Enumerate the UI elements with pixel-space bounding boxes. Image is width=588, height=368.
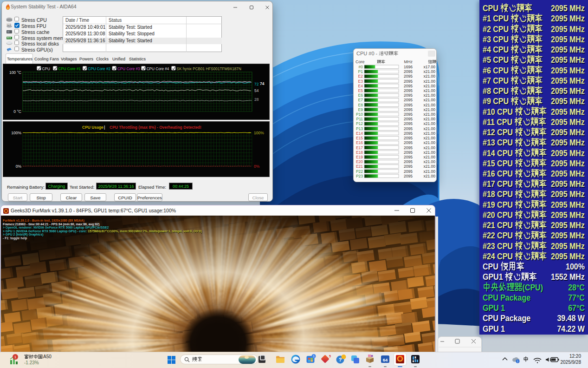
svg-text:2095: 2095 bbox=[404, 112, 413, 117]
svg-text:2095: 2095 bbox=[404, 145, 413, 150]
svg-text:#14 CPU: #14 CPU bbox=[483, 148, 513, 158]
svg-text:GPU 1: GPU 1 bbox=[483, 323, 505, 334]
svg-text:2095 MHz: 2095 MHz bbox=[551, 241, 585, 251]
svg-text:#13 CPU: #13 CPU bbox=[483, 138, 513, 148]
svg-text:100 °C: 100 °C bbox=[9, 70, 21, 75]
svg-text:72: 72 bbox=[254, 82, 259, 86]
svg-text:#0: #0 bbox=[359, 65, 363, 69]
svg-text:x21.00: x21.00 bbox=[423, 93, 435, 98]
svg-text:x21.00: x21.00 bbox=[423, 121, 435, 126]
svg-text:P10: P10 bbox=[356, 112, 363, 117]
svg-text:x21.00: x21.00 bbox=[423, 126, 435, 131]
svg-text:E4: E4 bbox=[358, 84, 363, 88]
svg-text:2095: 2095 bbox=[404, 98, 413, 102]
svg-text:100%: 100% bbox=[254, 131, 264, 135]
svg-text:x21.00: x21.00 bbox=[423, 159, 435, 164]
svg-text:x21.00: x21.00 bbox=[423, 98, 435, 102]
svg-text:100%: 100% bbox=[566, 262, 585, 272]
svg-text:|: | bbox=[104, 125, 105, 130]
svg-text:SK hynix PCB01 HFS001TFM9X187N: SK hynix PCB01 HFS001TFM9X187N bbox=[177, 67, 241, 71]
svg-text:E15: E15 bbox=[356, 136, 363, 140]
svg-text:2095: 2095 bbox=[404, 84, 413, 88]
svg-text:CPU Usage: CPU Usage bbox=[82, 125, 103, 130]
svg-text:E8: E8 bbox=[358, 103, 363, 107]
svg-text:#4 CPU: #4 CPU bbox=[483, 45, 509, 55]
svg-text:x21.00: x21.00 bbox=[423, 79, 435, 84]
svg-text:2095 MHz: 2095 MHz bbox=[551, 251, 585, 262]
svg-text:CPU Core #3: CPU Core #3 bbox=[117, 67, 140, 71]
svg-text:?: ? bbox=[339, 357, 342, 362]
svg-text:CPU Package: CPU Package bbox=[483, 293, 530, 303]
svg-text:E19: E19 bbox=[356, 155, 363, 159]
svg-text:2095 MHz: 2095 MHz bbox=[551, 210, 585, 220]
svg-text:0%: 0% bbox=[16, 164, 22, 169]
svg-text:74.22 W: 74.22 W bbox=[557, 323, 585, 334]
svg-text:5: 5 bbox=[329, 355, 331, 358]
svg-text:67°C: 67°C bbox=[568, 303, 585, 313]
svg-text:CPU: CPU bbox=[483, 262, 498, 272]
svg-text:2095 MHz: 2095 MHz bbox=[551, 220, 585, 230]
svg-text:#8 CPU: #8 CPU bbox=[483, 86, 509, 96]
svg-text:x21.00: x21.00 bbox=[423, 136, 435, 140]
svg-text:0%: 0% bbox=[254, 164, 260, 169]
svg-text:E14: E14 bbox=[356, 131, 363, 136]
svg-text:#15 CPU: #15 CPU bbox=[483, 158, 513, 168]
svg-text:#10 CPU: #10 CPU bbox=[483, 106, 513, 117]
svg-text:#18 CPU: #18 CPU bbox=[483, 189, 513, 199]
svg-text:2095 MHz: 2095 MHz bbox=[551, 138, 585, 148]
svg-text:39.48 W: 39.48 W bbox=[557, 313, 585, 323]
svg-text:2095: 2095 bbox=[404, 136, 413, 140]
svg-text:P13: P13 bbox=[356, 126, 363, 131]
svg-text:Core: Core bbox=[355, 59, 365, 64]
svg-text:2095: 2095 bbox=[404, 107, 413, 112]
svg-text:#20 CPU: #20 CPU bbox=[483, 210, 513, 220]
svg-text:2095: 2095 bbox=[404, 88, 413, 93]
svg-text:1552 MHz: 1552 MHz bbox=[551, 272, 585, 282]
svg-text:E6: E6 bbox=[358, 93, 363, 98]
svg-text:E20: E20 bbox=[356, 159, 363, 164]
svg-text:x21.00: x21.00 bbox=[423, 145, 435, 150]
svg-text:E3: E3 bbox=[358, 79, 363, 84]
svg-text:#24 CPU: #24 CPU bbox=[483, 251, 513, 262]
svg-text:2095 MHz: 2095 MHz bbox=[551, 106, 585, 117]
svg-text:2095: 2095 bbox=[404, 174, 413, 178]
svg-text:2095 MHz: 2095 MHz bbox=[551, 3, 585, 13]
svg-text:#16 CPU: #16 CPU bbox=[483, 169, 513, 179]
svg-text:2095 MHz: 2095 MHz bbox=[551, 86, 585, 96]
svg-text:2095: 2095 bbox=[404, 74, 413, 79]
svg-text:A50: A50 bbox=[43, 354, 52, 359]
svg-text:2095 MHz: 2095 MHz bbox=[551, 189, 585, 199]
svg-text:1696: 1696 bbox=[404, 65, 413, 69]
svg-text:E21: E21 bbox=[356, 164, 363, 169]
svg-text:2095: 2095 bbox=[404, 140, 413, 145]
svg-text:2095 MHz: 2095 MHz bbox=[551, 65, 585, 75]
svg-text:i: i bbox=[517, 360, 518, 363]
svg-text:2095 MHz: 2095 MHz bbox=[551, 199, 585, 210]
svg-text:2095: 2095 bbox=[404, 155, 413, 159]
svg-text:MHz: MHz bbox=[404, 59, 413, 64]
svg-text:2095: 2095 bbox=[404, 103, 413, 107]
svg-text:2095 MHz: 2095 MHz bbox=[551, 96, 585, 106]
svg-text:E9: E9 bbox=[358, 107, 363, 112]
svg-text:x21.00: x21.00 bbox=[423, 84, 435, 88]
svg-text:E5: E5 bbox=[358, 88, 363, 93]
svg-text:GPU 1: GPU 1 bbox=[483, 303, 505, 313]
svg-text:2095: 2095 bbox=[404, 117, 413, 121]
svg-text:P11: P11 bbox=[356, 117, 363, 121]
svg-text:#23 CPU: #23 CPU bbox=[483, 241, 513, 251]
svg-text:P12: P12 bbox=[356, 121, 363, 126]
svg-text:CPU: CPU bbox=[42, 67, 50, 71]
svg-text:#5 CPU: #5 CPU bbox=[483, 55, 509, 65]
svg-text:2095: 2095 bbox=[404, 131, 413, 136]
svg-text:54: 54 bbox=[254, 88, 259, 93]
svg-text:28: 28 bbox=[254, 97, 259, 102]
svg-text:2095 MHz: 2095 MHz bbox=[551, 158, 585, 168]
svg-text:#1 CPU: #1 CPU bbox=[483, 13, 509, 24]
svg-text:E17: E17 bbox=[356, 145, 363, 150]
svg-text:P1: P1 bbox=[358, 69, 363, 74]
svg-text:#17 CPU: #17 CPU bbox=[483, 179, 513, 189]
svg-text:x21.00: x21.00 bbox=[423, 155, 435, 159]
svg-text:#3 CPU: #3 CPU bbox=[483, 34, 509, 45]
svg-text:2095: 2095 bbox=[404, 93, 413, 98]
svg-text:#2 CPU: #2 CPU bbox=[483, 24, 509, 34]
